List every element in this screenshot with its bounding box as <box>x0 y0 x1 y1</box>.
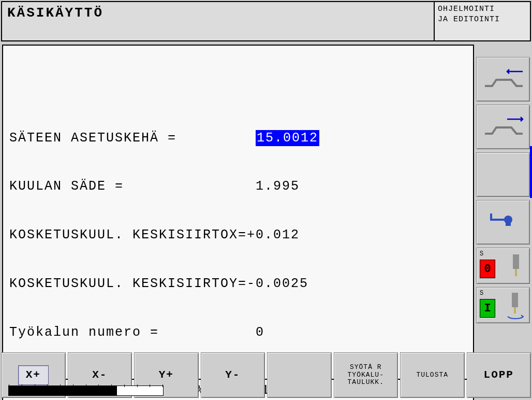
svg-rect-4 <box>514 307 516 313</box>
spindle-s-label-0: S <box>480 250 484 258</box>
page-title: KÄSIKÄYTTÖ <box>2 2 435 40</box>
softkey-y-plus-label: Y+ <box>159 369 174 381</box>
mode-display: OHJELMOINTI JA EDITOINTI <box>435 2 530 40</box>
softkey-tool-table-label: SYÖTÄ R TYÖKALU- TAULUKK. <box>348 364 384 387</box>
svg-rect-2 <box>515 269 517 276</box>
param-4-value: -0.0025 <box>247 276 308 292</box>
s-override-bar <box>8 385 164 396</box>
softkey-print-label: TULOSTA <box>416 372 448 379</box>
spindle-icon <box>509 253 523 279</box>
spindle-rotate-icon <box>506 292 526 320</box>
param-5-label: Työkalun numero = <box>9 324 159 340</box>
mode-line-2: JA EDITOINTI <box>438 15 527 25</box>
param-3-label: KOSKETUSKUUL. KESKISIIRTOX= <box>9 227 247 243</box>
spindle-start-button[interactable]: S I <box>476 287 530 323</box>
svg-rect-3 <box>512 293 518 307</box>
svg-point-0 <box>504 216 512 224</box>
param-2-value: 1.995 <box>256 178 300 194</box>
spindle-s-label-1: S <box>480 290 484 297</box>
sidebar-scroll-marker <box>530 146 532 198</box>
svg-rect-1 <box>513 254 519 269</box>
spindle-start-indicator: I <box>480 299 495 318</box>
param-5-value: 0 <box>256 324 264 340</box>
softkey-x-plus-label: X+ <box>18 365 49 385</box>
softkey-end-label: LOPP <box>484 369 514 381</box>
mode-line-1: OHJELMOINTI <box>438 4 527 15</box>
coolant-icon <box>485 209 521 235</box>
softkey-empty[interactable] <box>267 352 332 398</box>
softkey-tool-table[interactable]: SYÖTÄ R TYÖKALU- TAULUKK. <box>334 352 398 398</box>
softkey-print[interactable]: TULOSTA <box>400 352 465 398</box>
param-4-label: KOSKETUSKUUL. KESKISIIRTOY= <box>9 276 247 292</box>
softkey-x-minus-label: X- <box>92 369 107 381</box>
probe-left-icon <box>482 66 524 92</box>
spindle-stop-indicator: 0 <box>480 260 495 278</box>
softkey-y-minus[interactable]: Y- <box>201 352 265 398</box>
spindle-stop-button[interactable]: S 0 <box>476 248 530 284</box>
param-3-value: +0.012 <box>247 227 300 243</box>
param-2-label: KUULAN SÄDE = <box>9 178 124 194</box>
coolant-button[interactable] <box>476 200 530 245</box>
param-1-value[interactable]: 15.0012 <box>256 130 319 146</box>
param-1-label: SÄTEEN ASETUSKEHÄ = <box>9 130 176 146</box>
probe-approach-right-button[interactable] <box>476 105 530 149</box>
softkey-end[interactable]: LOPP <box>467 352 531 398</box>
softkey-y-minus-label: Y- <box>225 369 240 381</box>
probe-approach-left-button[interactable] <box>476 57 530 102</box>
probe-right-icon <box>482 114 524 140</box>
parameters-panel: SÄTEEN ASETUSKEHÄ = 15.0012 KUULAN SÄDE … <box>2 45 474 380</box>
header: KÄSIKÄYTTÖ OHJELMOINTI JA EDITOINTI <box>1 1 531 41</box>
sidebar-empty-button[interactable] <box>476 152 530 197</box>
sidebar: S 0 S I <box>475 42 532 351</box>
